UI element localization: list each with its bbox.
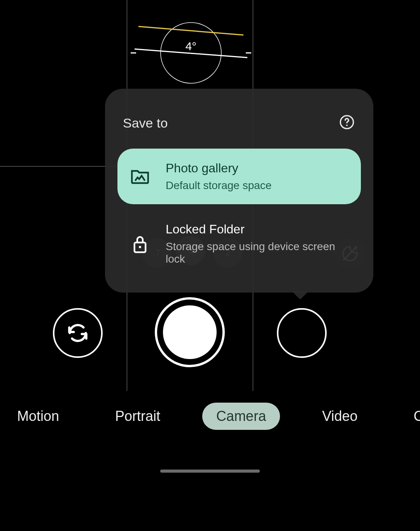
level-indicator: 4° bbox=[131, 12, 251, 90]
option-subtitle: Storage space using device screen lock bbox=[166, 240, 349, 265]
save-option-locked-folder[interactable]: Locked Folder Storage space using device… bbox=[117, 210, 361, 278]
mode-selector[interactable]: Motion Portrait Camera Video Cinemat bbox=[0, 401, 420, 432]
mode-video[interactable]: Video bbox=[308, 403, 371, 430]
help-icon bbox=[339, 114, 355, 130]
mode-camera[interactable]: Camera bbox=[202, 403, 280, 430]
mode-motion[interactable]: Motion bbox=[3, 403, 73, 430]
gallery-thumbnail-button[interactable] bbox=[277, 308, 327, 358]
help-button[interactable] bbox=[339, 114, 355, 131]
option-title: Locked Folder bbox=[166, 222, 349, 237]
level-degrees: 4° bbox=[131, 40, 251, 53]
shutter-button[interactable] bbox=[155, 297, 225, 367]
save-option-photo-gallery[interactable]: Photo gallery Default storage space bbox=[117, 149, 361, 204]
mode-portrait[interactable]: Portrait bbox=[101, 403, 174, 430]
option-subtitle: Default storage space bbox=[166, 179, 349, 192]
svg-line-1 bbox=[138, 26, 243, 35]
popup-title: Save to bbox=[123, 116, 168, 131]
lock-icon bbox=[129, 234, 151, 254]
switch-camera-icon bbox=[66, 321, 90, 345]
option-title: Photo gallery bbox=[166, 161, 349, 175]
camera-viewfinder: 4° .7 1 2 A Save to bbox=[0, 0, 420, 391]
svg-point-8 bbox=[346, 124, 348, 126]
svg-point-0 bbox=[161, 23, 221, 83]
popup-pointer bbox=[292, 291, 309, 300]
svg-line-2 bbox=[135, 49, 247, 58]
svg-rect-10 bbox=[139, 246, 141, 248]
navigation-handle[interactable] bbox=[160, 470, 260, 473]
switch-camera-button[interactable] bbox=[53, 308, 103, 358]
mode-cinematic[interactable]: Cinemat bbox=[400, 403, 420, 430]
gallery-folder-icon bbox=[129, 168, 151, 185]
shutter-inner bbox=[163, 305, 217, 359]
save-to-popup: Save to Photo gallery Default storage sp… bbox=[105, 89, 373, 293]
